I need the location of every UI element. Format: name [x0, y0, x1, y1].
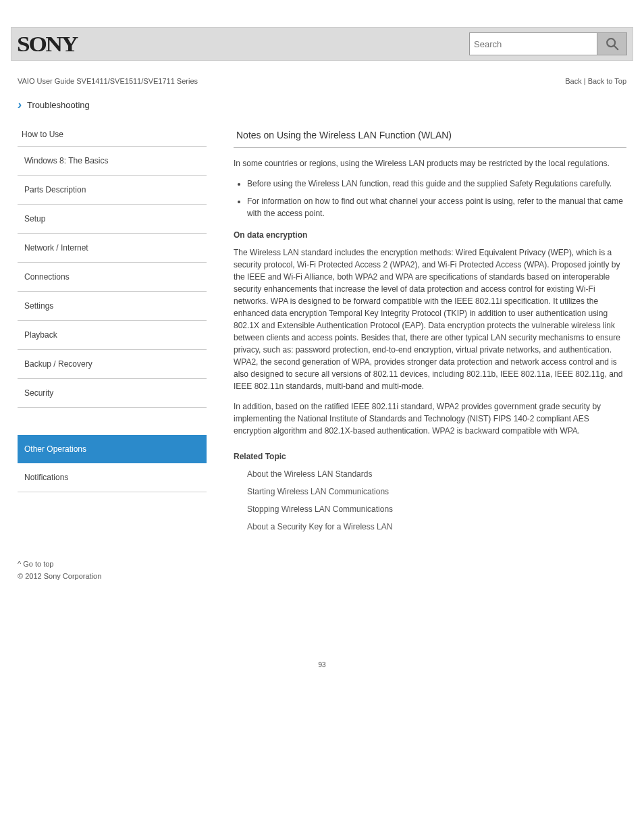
subheading: On data encryption [234, 229, 626, 241]
chevron-right-icon: › [18, 99, 22, 111]
search-button[interactable] [597, 32, 627, 55]
back-to-top-link[interactable]: Back to Top [588, 77, 626, 85]
sep: | [582, 77, 588, 85]
svg-line-1 [614, 46, 618, 50]
related-link[interactable]: About the Wireless LAN Standards [247, 468, 626, 480]
related-link[interactable]: Stopping Wireless LAN Communications [247, 503, 626, 515]
brand-logo: SONY [17, 32, 77, 57]
bullet: For information on how to find out what … [247, 195, 626, 219]
top-line: VAIO User Guide SVE1411/SVE1511/SVE1711 … [11, 77, 633, 85]
search-wrap [469, 32, 627, 55]
troubleshooting-label: Troubleshooting [27, 100, 90, 110]
related-link[interactable]: Starting Wireless LAN Communications [247, 486, 626, 498]
page-title: Notes on Using the Wireless LAN Function… [234, 123, 626, 148]
sidebar-list: Windows 8: The Basics Parts Description … [18, 147, 207, 492]
sidebar-item[interactable]: Network / Internet [18, 234, 207, 263]
sidebar-item[interactable]: Backup / Recovery [18, 350, 207, 379]
bullet: Before using the Wireless LAN function, … [247, 178, 626, 190]
header-bar: SONY [11, 27, 633, 61]
troubleshooting-link[interactable]: › Troubleshooting [18, 99, 633, 111]
sidebar-item[interactable]: Security [18, 379, 207, 408]
sidebar-item[interactable]: Windows 8: The Basics [18, 147, 207, 176]
sidebar-item[interactable]: Parts Description [18, 176, 207, 205]
sidebar-spacer [18, 408, 207, 435]
related-heading: Related Topic [234, 450, 626, 463]
top-right-links: Back | Back to Top [565, 77, 626, 85]
sidebar-item-active[interactable]: Other Operations [18, 435, 207, 463]
main-content: Notes on Using the Wireless LAN Function… [234, 123, 626, 542]
doc-title: VAIO User Guide SVE1411/SVE1511/SVE1711 … [18, 77, 198, 85]
paragraph: In addition, based on the ratified IEEE … [234, 400, 626, 437]
page-number: 93 [11, 661, 633, 669]
sidebar-item[interactable]: Settings [18, 292, 207, 321]
search-input[interactable] [469, 32, 597, 55]
sidebar: How to Use Windows 8: The Basics Parts D… [18, 123, 207, 542]
intro-text: In some countries or regions, using the … [234, 157, 626, 170]
sidebar-heading: How to Use [18, 123, 207, 147]
article-body: In some countries or regions, using the … [234, 157, 626, 533]
sidebar-item[interactable]: Playback [18, 321, 207, 350]
related-list: About the Wireless LAN Standards Startin… [247, 468, 626, 533]
sidebar-item[interactable]: Setup [18, 205, 207, 234]
sidebar-item[interactable]: Connections [18, 263, 207, 292]
sidebar-item[interactable]: Notifications [18, 463, 207, 492]
paragraph: The Wireless LAN standard includes the e… [234, 246, 626, 392]
related-link[interactable]: About a Security Key for a Wireless LAN [247, 521, 626, 533]
go-to-top-link[interactable]: ^ Go to top [11, 560, 633, 568]
copyright: © 2012 Sony Corporation [11, 572, 633, 580]
search-icon [605, 36, 620, 51]
back-link[interactable]: Back [565, 77, 581, 85]
